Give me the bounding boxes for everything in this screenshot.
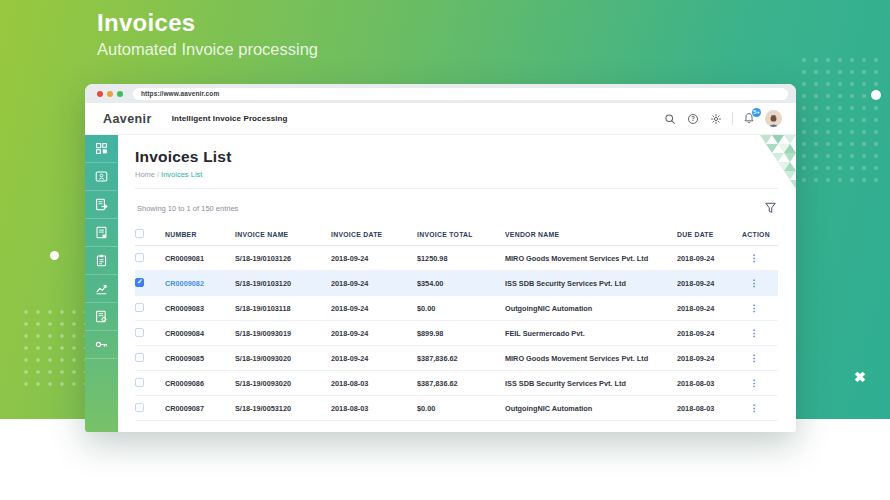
invoice-number-link[interactable]: CR0009084 (165, 329, 235, 338)
row-checkbox[interactable] (135, 253, 144, 262)
invoice-total-cell: $0.00 (417, 404, 505, 413)
row-actions-menu-icon[interactable] (750, 354, 759, 363)
vendor-name-cell: ISS SDB Security Services Pvt. Ltd (505, 379, 677, 388)
due-date-cell: 2018-09-24 (677, 329, 741, 338)
row-actions-menu-icon[interactable] (750, 279, 759, 288)
column-header-action: ACTION (741, 231, 771, 238)
column-header-invoice-name[interactable]: INVOICE NAME (235, 231, 331, 238)
key-icon (95, 338, 108, 351)
close-window-icon[interactable] (97, 91, 103, 97)
analytics-icon (95, 282, 108, 295)
sidebar-item-invoices[interactable] (85, 219, 118, 247)
column-header-invoice-total[interactable]: INVOICE TOTAL (417, 231, 505, 238)
page-background: Invoices Automated Invoice processing ht… (0, 0, 890, 500)
table-toolbar: Showing 10 to 1 of 150 entries (135, 189, 778, 224)
invoice-number-link[interactable]: CR0009086 (165, 379, 235, 388)
banner-subtitle: Automated Invoice processing (97, 40, 318, 59)
due-date-cell: 2018-09-24 (677, 304, 741, 313)
report-settings-icon (95, 310, 108, 323)
table-row[interactable]: CR0009087 S/18-19/0053120 2018-08-03 $0.… (135, 396, 778, 421)
row-checkbox[interactable] (135, 353, 144, 362)
sidebar-item-clipboard[interactable] (85, 247, 118, 275)
select-all-checkbox[interactable] (135, 229, 144, 238)
sidebar-item-analytics[interactable] (85, 275, 118, 303)
table-row[interactable]: CR0009086 S/18-19/0093020 2018-08-03 $38… (135, 371, 778, 396)
invoice-name-cell: S/18-19/0093020 (235, 379, 331, 388)
app-title: Intelligent Invoice Processing (172, 114, 288, 123)
vendor-card-icon (95, 170, 108, 183)
browser-chrome-bar: https://www.aavenir.com (85, 84, 796, 103)
table-row[interactable]: CR0009083 S/18-19/0103118 2018-09-24 $0.… (135, 296, 778, 321)
column-header-due-date[interactable]: DUE DATE (677, 231, 741, 238)
table-row[interactable]: CR0009084 S/18-19/0093019 2018-09-24 $89… (135, 321, 778, 346)
row-checkbox[interactable] (135, 278, 144, 287)
sidebar-item-invoice-outbox[interactable] (85, 191, 118, 219)
row-actions-menu-icon[interactable] (750, 304, 759, 313)
clipboard-icon (95, 254, 108, 267)
table-row[interactable]: CR0009081 S/18-19/0103126 2018-09-24 $12… (135, 246, 778, 271)
invoice-number-link[interactable]: CR0009087 (165, 404, 235, 413)
invoice-total-cell: $354.00 (417, 279, 505, 288)
invoice-table-body: CR0009081 S/18-19/0103126 2018-09-24 $12… (135, 246, 778, 421)
help-icon[interactable] (686, 112, 700, 126)
dashboard-icon (95, 142, 108, 155)
aavenir-logo[interactable]: Aavenir (103, 112, 152, 126)
row-actions-menu-icon[interactable] (750, 329, 759, 338)
minimize-window-icon[interactable] (107, 91, 113, 97)
invoice-total-cell: $387,836.62 (417, 379, 505, 388)
sidebar-item-dashboard[interactable] (85, 135, 118, 163)
breadcrumb-home-link[interactable]: Home (135, 170, 155, 179)
invoice-number-link[interactable]: CR0009082 (165, 279, 235, 288)
table-header-row: NUMBER INVOICE NAME INVOICE DATE INVOICE… (135, 224, 778, 246)
table-row[interactable]: CR0009085 S/18-19/0093020 2018-09-24 $38… (135, 346, 778, 371)
address-bar[interactable]: https://www.aavenir.com (133, 88, 788, 100)
entries-summary: Showing 10 to 1 of 150 entries (137, 204, 238, 213)
invoice-number-link[interactable]: CR0009081 (165, 254, 235, 263)
gear-icon[interactable] (709, 112, 723, 126)
maximize-window-icon[interactable] (117, 91, 123, 97)
row-actions-menu-icon[interactable] (750, 404, 759, 413)
invoice-date-cell: 2018-09-24 (331, 329, 417, 338)
due-date-cell: 2018-08-03 (677, 379, 741, 388)
help-question-glyph (688, 114, 698, 124)
bell-icon[interactable]: 5+ (742, 112, 756, 126)
row-checkbox[interactable] (135, 403, 144, 412)
logo-leaf-icon (85, 430, 94, 432)
filter-icon[interactable] (765, 202, 776, 214)
invoice-number-link[interactable]: CR0009083 (165, 304, 235, 313)
row-actions-menu-icon[interactable] (750, 379, 759, 388)
vendor-name-cell: OutgoingNIC Automation (505, 304, 677, 313)
app-header: Aavenir Intelligent Invoice Processing 5… (85, 103, 796, 135)
breadcrumb-current: Invoices List (161, 170, 202, 179)
sidebar-item-report-settings[interactable] (85, 303, 118, 331)
search-icon[interactable] (663, 112, 677, 126)
vendor-name-cell: MIRO Goods Movement Services Pvt. Ltd (505, 254, 677, 263)
column-header-vendor-name[interactable]: VENDOR NAME (505, 231, 677, 238)
invoice-date-cell: 2018-09-24 (331, 254, 417, 263)
row-checkbox[interactable] (135, 328, 144, 337)
invoice-name-cell: S/18-19/0103118 (235, 304, 331, 313)
invoice-date-cell: 2018-08-03 (331, 404, 417, 413)
invoice-date-cell: 2018-09-24 (331, 354, 417, 363)
sidebar-item-vendors[interactable] (85, 163, 118, 191)
user-avatar[interactable] (765, 110, 782, 127)
row-checkbox[interactable] (135, 378, 144, 387)
column-header-number[interactable]: NUMBER (165, 231, 235, 238)
column-header-invoice-date[interactable]: INVOICE DATE (331, 231, 417, 238)
sidebar-item-access-keys[interactable] (85, 331, 118, 359)
due-date-cell: 2018-09-24 (677, 254, 741, 263)
row-checkbox[interactable] (135, 303, 144, 312)
circle-decoration-right (871, 90, 881, 100)
invoice-name-cell: S/18-19/0103120 (235, 279, 331, 288)
due-date-cell: 2018-09-24 (677, 354, 741, 363)
window-controls[interactable] (97, 91, 123, 97)
table-row[interactable]: CR0009082 S/18-19/0103120 2018-09-24 $35… (135, 271, 778, 296)
invoice-number-link[interactable]: CR0009085 (165, 354, 235, 363)
invoice-name-cell: S/18-19/0093019 (235, 329, 331, 338)
cross-decoration-icon (854, 369, 866, 385)
row-actions-menu-icon[interactable] (750, 254, 759, 263)
page-title: Invoices List (135, 148, 778, 166)
invoice-outbox-icon (95, 198, 108, 211)
vendor-name-cell: FEIL Suermercado Pvt. (505, 329, 677, 338)
invoice-note-icon (95, 226, 108, 239)
